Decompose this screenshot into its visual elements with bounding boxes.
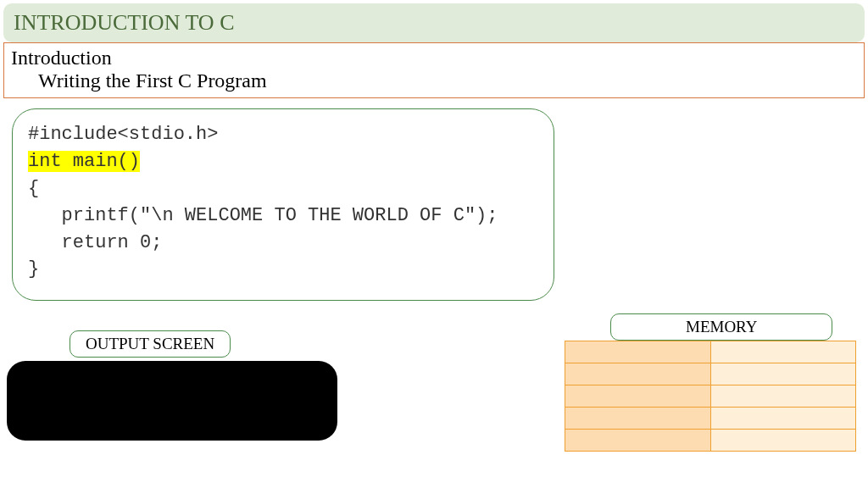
code-line-5: return 0;	[28, 230, 538, 257]
memory-cell	[710, 363, 856, 385]
memory-cell	[565, 430, 711, 452]
code-line-4: printf("\n WELCOME TO THE WORLD OF C");	[28, 202, 538, 230]
output-screen	[7, 361, 337, 441]
subtitle-line1: Introduction	[11, 47, 857, 69]
subtitle-box: Introduction Writing the First C Program	[3, 42, 865, 98]
memory-row	[565, 408, 856, 430]
memory-cell	[565, 341, 711, 363]
code-line-2: int main()	[28, 148, 538, 175]
code-line-3: {	[28, 175, 538, 202]
highlighted-code: int main()	[28, 151, 140, 172]
code-line-6: }	[28, 256, 538, 283]
slide-title: INTRODUCTION TO C	[14, 10, 234, 35]
memory-row	[565, 341, 856, 363]
memory-cell	[710, 385, 856, 408]
output-label-box: OUTPUT SCREEN	[70, 330, 231, 358]
code-line-1: #include<stdio.h>	[28, 121, 538, 148]
memory-cell	[565, 408, 711, 430]
memory-cell	[710, 430, 856, 452]
memory-cell	[565, 363, 711, 385]
memory-label: MEMORY	[686, 318, 757, 336]
memory-row	[565, 430, 856, 452]
memory-cell	[710, 408, 856, 430]
output-label: OUTPUT SCREEN	[86, 335, 214, 352]
memory-table	[565, 341, 856, 452]
slide-title-bar: INTRODUCTION TO C	[3, 3, 865, 42]
memory-row	[565, 363, 856, 385]
subtitle-line2: Writing the First C Program	[11, 69, 857, 92]
code-box: #include<stdio.h> int main() { printf("\…	[12, 108, 554, 301]
memory-cell	[565, 385, 711, 408]
memory-row	[565, 385, 856, 408]
memory-label-box: MEMORY	[610, 313, 832, 341]
memory-cell	[710, 341, 856, 363]
